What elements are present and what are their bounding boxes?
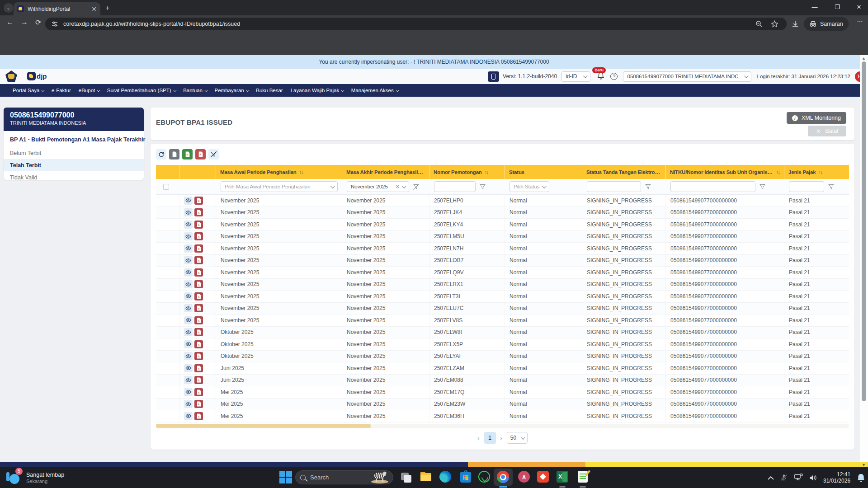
filter-masa-akhir-select[interactable]: November 2025 ✕ <box>347 181 409 192</box>
refresh-button[interactable] <box>156 149 166 160</box>
bookmark-star-icon[interactable] <box>771 20 778 28</box>
nav-item-pembayaran[interactable]: Pembayaran <box>215 88 249 93</box>
filter-masa-awal-select[interactable]: Pilih Masa Awal Periode Penghasilan <box>221 181 338 192</box>
nav-item-manajemen-akses[interactable]: Manajemen Akses <box>351 88 398 93</box>
sidebar-item-tidak-valid[interactable]: Tidak Valid <box>4 171 144 183</box>
notification-bell[interactable]: Baru <box>597 71 605 82</box>
sidebar-item-telah-terbit[interactable]: Telah Terbit <box>4 159 144 171</box>
microsoft-store-button[interactable] <box>459 471 472 483</box>
scrollbar-thumb[interactable] <box>862 61 866 401</box>
col-masa-akhir[interactable]: Masa Akhir Periode Penghasilan... <box>342 165 429 179</box>
pdf-button[interactable]: A <box>194 388 203 396</box>
task-view-button[interactable] <box>400 471 413 483</box>
horizontal-scrollbar-thumb[interactable] <box>156 424 371 428</box>
view-button[interactable] <box>184 244 193 253</box>
nav-item-surat-pemberitahuan-spt-[interactable]: Surat Pemberitahuan (SPT) <box>107 88 175 93</box>
tray-chevron-icon[interactable] <box>768 476 774 480</box>
zoom-icon[interactable] <box>755 20 763 28</box>
view-button[interactable] <box>184 280 193 288</box>
pdf-button[interactable]: A <box>194 244 203 253</box>
col-nomor-pemotongan[interactable]: Nomor Pemotongan↑↓ <box>429 165 505 179</box>
filter-icon[interactable] <box>645 183 651 190</box>
filter-status-select[interactable]: Pilih Status <box>509 181 549 192</box>
volume-icon[interactable] <box>809 474 817 482</box>
nav-item-buku-besar[interactable]: Buku Besar <box>256 88 283 93</box>
taskbar-search[interactable]: Search <box>295 470 393 484</box>
back-icon[interactable]: ← <box>6 18 14 26</box>
view-button[interactable] <box>184 388 193 396</box>
djp-logo[interactable]: djp <box>27 72 47 80</box>
app-diamond-button[interactable] <box>537 471 550 483</box>
account-select[interactable]: 0508615499077000 TRINITI MEDIATAMA INDON… <box>623 71 751 82</box>
col-jenis-pajak[interactable]: Jenis Pajak↑↓ <box>784 165 849 179</box>
tab-search-icon[interactable]: ⌄ <box>4 3 13 13</box>
help-button[interactable]: ? <box>610 73 618 80</box>
tab-close-icon[interactable]: ✕ <box>91 5 97 13</box>
filter-icon[interactable] <box>759 183 766 190</box>
batal-button[interactable]: ✕ Batal <box>808 126 846 136</box>
pdf-button[interactable]: A <box>194 208 203 216</box>
next-page-icon[interactable]: › <box>500 435 502 441</box>
pdf-button[interactable]: A <box>194 232 203 240</box>
view-button[interactable] <box>184 376 193 384</box>
filter-icon[interactable] <box>479 183 486 190</box>
filter-icon[interactable] <box>828 183 835 190</box>
nav-item-layanan-wajib-pajak[interactable]: Layanan Wajib Pajak <box>291 88 344 93</box>
col-masa-awal[interactable]: Masa Awal Periode Penghasilan↑↓ <box>216 165 342 179</box>
pdf-button[interactable]: A <box>194 340 203 348</box>
browser-tab[interactable]: WithholdingPortal ✕ <box>14 2 100 15</box>
page-number[interactable]: 1 <box>484 432 496 444</box>
nav-item-bantuan[interactable]: Bantuan <box>183 88 207 93</box>
notification-center-icon[interactable] <box>856 473 866 483</box>
col-nitku[interactable]: NITKU/Nomor Identitas Sub Unit Organisas… <box>666 165 784 179</box>
pdf-button[interactable]: A <box>194 376 203 384</box>
start-button[interactable] <box>279 471 292 483</box>
pdf-button[interactable]: A <box>194 352 203 360</box>
prev-page-icon[interactable]: ‹ <box>477 435 479 441</box>
pdf-button[interactable]: A <box>194 280 203 288</box>
nav-item-e-faktur[interactable]: e-Faktur <box>52 88 71 93</box>
pdf-button[interactable]: A <box>194 364 203 372</box>
col-status-ttd[interactable]: Status Tanda Tangan Elektronik... <box>582 165 666 179</box>
site-settings-icon[interactable] <box>52 21 58 27</box>
window-close-button[interactable]: ✕ <box>850 0 868 14</box>
pdf-button[interactable]: A <box>194 292 203 300</box>
pdf-button[interactable]: A <box>194 268 203 277</box>
sidebar-item-belum-terbit[interactable]: Belum Terbit <box>4 147 144 159</box>
notes-app-button[interactable] <box>577 471 590 483</box>
view-button[interactable] <box>184 364 193 372</box>
pdf-button[interactable]: A <box>194 221 203 229</box>
app-a-button[interactable]: ∧ <box>518 471 531 483</box>
select-all-checkbox[interactable] <box>163 184 169 190</box>
excel-button[interactable]: X <box>557 471 569 483</box>
view-button[interactable] <box>184 400 193 408</box>
pdf-button[interactable]: A <box>194 197 203 205</box>
pdf-button[interactable]: A <box>194 256 203 264</box>
clear-filter-button[interactable] <box>208 149 219 160</box>
browser-menu-icon[interactable]: ⋮ <box>857 19 863 24</box>
page-size-select[interactable]: 50 <box>507 432 528 444</box>
filter-jenis-input[interactable] <box>789 181 824 192</box>
window-minimize-button[interactable]: — <box>806 0 824 14</box>
whatsapp-button[interactable] <box>478 471 491 483</box>
view-button[interactable] <box>184 256 193 264</box>
taskbar-weather[interactable]: 5 Sangat lembap Sekarang <box>5 469 64 486</box>
network-icon[interactable] <box>794 474 803 482</box>
window-restore-button[interactable]: ❐ <box>828 0 846 14</box>
pdf-button[interactable]: A <box>194 304 203 312</box>
xml-monitoring-button[interactable]: i XML Monitoring <box>787 112 846 124</box>
export-doc-button[interactable] <box>169 149 179 160</box>
pdf-button[interactable]: A <box>194 328 203 336</box>
address-bar[interactable]: coretaxdjp.pajak.go.id/withholding-slips… <box>45 18 787 30</box>
forward-icon[interactable]: → <box>21 18 28 26</box>
view-button[interactable] <box>184 197 193 205</box>
filter-active-icon[interactable] <box>413 183 420 190</box>
view-button[interactable] <box>184 412 193 420</box>
filter-ttd-input[interactable] <box>587 181 641 192</box>
view-button[interactable] <box>184 316 193 324</box>
scrollbar-up-icon[interactable]: ▲ <box>862 56 866 61</box>
export-pdf-button[interactable]: A <box>195 149 206 160</box>
mic-muted-icon[interactable] <box>780 474 788 482</box>
view-button[interactable] <box>184 221 193 229</box>
file-explorer-button[interactable] <box>420 471 432 483</box>
